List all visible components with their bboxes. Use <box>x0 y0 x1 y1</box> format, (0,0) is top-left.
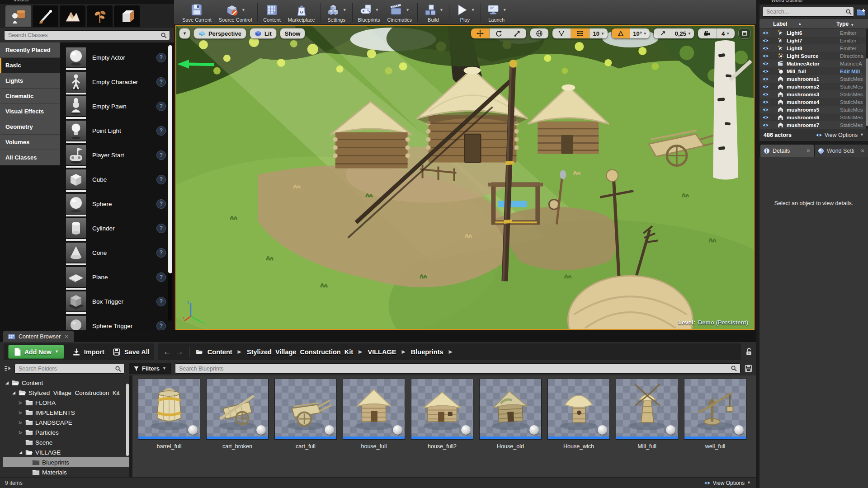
outliner-row-matineeactor[interactable]: MatineeActorMatineeA <box>760 60 868 67</box>
mode-tab-foliage[interactable] <box>87 5 113 27</box>
move-tool-button[interactable] <box>471 28 490 38</box>
viewport-scene[interactable] <box>176 26 754 329</box>
mode-tab-paint[interactable] <box>33 5 58 27</box>
folder-materials[interactable]: Materials <box>3 467 129 477</box>
place-item-cube[interactable]: Cube? <box>66 167 166 192</box>
place-item-sphere[interactable]: Sphere? <box>66 192 166 216</box>
asset-house-old[interactable]: House_old <box>479 379 542 453</box>
toolbar-button-content[interactable]: Content <box>259 0 284 24</box>
help-icon[interactable]: ? <box>156 126 166 136</box>
asset-cart-full[interactable]: cart_full <box>274 379 337 453</box>
place-item-point-light[interactable]: Point Light? <box>66 118 166 143</box>
column-label[interactable]: Label <box>773 21 787 27</box>
expand-arrow-icon[interactable]: ◢ <box>18 450 23 455</box>
column-type[interactable]: Type <box>836 21 849 27</box>
help-icon[interactable]: ? <box>156 150 166 160</box>
filters-button[interactable]: Filters ▼ <box>129 363 171 374</box>
help-icon[interactable]: ? <box>156 224 166 233</box>
help-icon[interactable]: ? <box>156 199 166 209</box>
folder-stylized-village-construction-kit[interactable]: ◢Stylized_Village_Construction_Kit <box>3 388 129 398</box>
close-icon[interactable]: ✕ <box>806 148 811 154</box>
world-coordinate-button[interactable] <box>530 28 548 38</box>
camera-speed-button[interactable] <box>698 28 717 38</box>
grid-snap-toggle[interactable] <box>571 28 590 38</box>
outliner-row-mill-full[interactable]: Mill_fullEdit Mill_ <box>760 67 868 75</box>
help-icon[interactable]: ? <box>156 321 166 331</box>
sources-panel-toggle-icon[interactable] <box>4 365 12 373</box>
eye-visibility-toggle[interactable] <box>760 38 771 43</box>
mode-tab-landscape[interactable] <box>60 5 85 27</box>
search-folders-input[interactable] <box>14 364 125 374</box>
spheretrigger-thumbnail-icon[interactable] <box>66 315 86 332</box>
character-thumbnail-icon[interactable] <box>66 71 86 92</box>
breadcrumb-separator-icon[interactable]: ▶ <box>359 349 362 355</box>
surface-snap-button[interactable] <box>552 28 571 38</box>
eye-visibility-toggle[interactable] <box>760 108 771 112</box>
folder-landscape[interactable]: ▷LANDSCAPE <box>3 418 129 427</box>
outliner-row-light7[interactable]: Light7Emitter <box>760 37 868 44</box>
modes-scrollbar[interactable] <box>168 45 172 321</box>
dropdown-caret-icon[interactable]: ▼ <box>471 8 475 12</box>
breadcrumb-stylized-village-construction-kit[interactable]: Stylized_Village_Construction_Kit <box>247 348 353 356</box>
outliner-row-light-source[interactable]: Light SourceDirectiona <box>760 52 868 60</box>
folder-implements[interactable]: ▷IMPLEMENTS <box>3 408 129 418</box>
rotation-snap-toggle[interactable] <box>612 28 630 38</box>
eye-visibility-toggle[interactable] <box>760 123 771 127</box>
eye-visibility-toggle[interactable] <box>760 115 771 120</box>
eye-visibility-toggle[interactable] <box>760 46 771 51</box>
folder-tree-scrollbar[interactable] <box>126 384 129 456</box>
help-icon[interactable]: ? <box>156 77 166 87</box>
breadcrumb-blueprints[interactable]: Blueprints <box>411 348 443 356</box>
outliner-row-mushrooms6[interactable]: mushrooms6StaticMes <box>760 113 868 121</box>
help-icon[interactable]: ? <box>156 53 166 62</box>
outliner-search-input[interactable] <box>762 7 854 17</box>
dropdown-caret-icon[interactable]: ▼ <box>406 8 410 12</box>
sort-asc-icon[interactable]: ▲ <box>798 22 802 26</box>
search-assets-input[interactable] <box>175 363 741 374</box>
outliner-row-mushrooms1[interactable]: mushrooms1StaticMes <box>760 75 868 83</box>
back-button[interactable]: ← <box>164 347 171 357</box>
asset-thumbnail[interactable] <box>479 379 542 440</box>
collapse-arrow-icon[interactable]: ▷ <box>18 430 23 435</box>
close-icon[interactable]: ✕ <box>860 148 865 154</box>
grid-snap-value[interactable]: 10▼ <box>590 28 608 38</box>
folder-village[interactable]: ◢VILLAGE <box>3 447 129 457</box>
breadcrumb-content[interactable]: Content <box>208 348 232 356</box>
outliner-view-options-button[interactable]: View Options ▼ <box>816 132 864 138</box>
asset-thumbnail[interactable] <box>274 379 337 440</box>
asset-thumbnail[interactable] <box>547 379 610 440</box>
asset-thumbnail[interactable] <box>138 379 200 440</box>
forward-button[interactable]: → <box>176 347 184 357</box>
place-item-empty-actor[interactable]: Empty Actor? <box>66 45 166 70</box>
place-item-box-trigger[interactable]: Box Trigger? <box>66 289 166 314</box>
outliner-row-mushrooms2[interactable]: mushrooms2StaticMes <box>760 83 868 90</box>
save-search-icon[interactable] <box>745 365 752 372</box>
tab-details[interactable]: Details ✕ <box>760 145 814 157</box>
rotate-tool-button[interactable] <box>490 28 508 38</box>
content-browser-view-options-button[interactable]: View Options ▼ <box>704 480 751 486</box>
toolbar-button-blueprints[interactable]: ▼Blueprints <box>354 0 384 24</box>
asset-well-full[interactable]: well_full <box>684 379 746 453</box>
sort-desc-icon[interactable]: ▼ <box>850 23 854 27</box>
toolbar-button-play[interactable]: ▼Play <box>451 0 479 24</box>
asset-thumbnail[interactable] <box>616 379 678 440</box>
bulb-thumbnail-icon[interactable] <box>66 120 86 141</box>
sphere2-thumbnail-icon[interactable] <box>66 193 86 214</box>
category-basic[interactable]: Basic <box>0 58 60 73</box>
breadcrumb-separator-icon[interactable]: ▶ <box>238 349 241 355</box>
content-browser-tab[interactable]: Content Browser ✕ <box>3 331 74 342</box>
collapse-arrow-icon[interactable]: ▷ <box>18 400 23 405</box>
maximize-viewport-button[interactable] <box>738 28 751 39</box>
scale-tool-button[interactable] <box>508 28 526 38</box>
playerstart-thumbnail-icon[interactable] <box>66 145 86 165</box>
cylinder-thumbnail-icon[interactable] <box>66 218 86 239</box>
panel-divider[interactable] <box>129 375 133 477</box>
place-item-cone[interactable]: Cone? <box>66 240 166 265</box>
breadcrumb-separator-icon[interactable]: ▶ <box>449 349 453 355</box>
expand-arrow-icon[interactable]: ◢ <box>5 380 9 385</box>
asset-thumbnail[interactable] <box>343 379 405 440</box>
asset-cart-broken[interactable]: cart_broken <box>206 379 269 453</box>
eye-visibility-toggle[interactable] <box>760 69 771 74</box>
dropdown-caret-icon[interactable]: ▼ <box>439 8 443 12</box>
asset-mill-full[interactable]: Mill_full <box>616 379 678 453</box>
